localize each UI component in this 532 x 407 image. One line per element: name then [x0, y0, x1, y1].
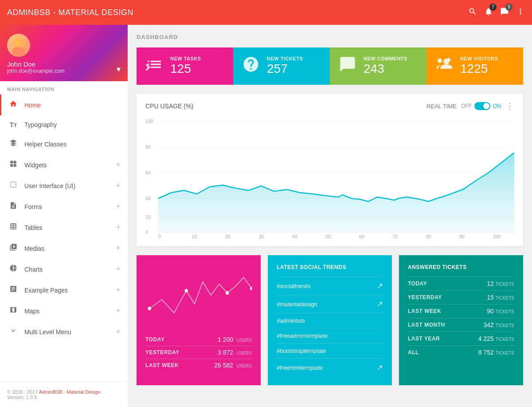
sparkline-lastweek-value: 26 582 [214, 362, 233, 369]
svg-text:50: 50 [325, 234, 331, 239]
material-design-link[interactable]: Material Design [66, 389, 100, 395]
notification-bell-icon[interactable]: 7 [484, 7, 493, 18]
realtime-toggle[interactable] [474, 102, 490, 110]
nav-multi-level-label: Multi Level Menu [24, 328, 110, 336]
sparkline-lastweek-unit: USERS [237, 364, 252, 368]
forms-expand-icon[interactable]: + [116, 202, 121, 211]
profile-name: John Doe [7, 60, 121, 68]
nav-typography-label: Typography [24, 121, 121, 128]
nav-maps-label: Maps [24, 308, 110, 315]
sparkline-yesterday-unit: USERS [237, 351, 252, 356]
svg-point-27 [185, 289, 188, 292]
nav-tables-label: Tables [24, 224, 110, 231]
comments-icon [339, 55, 356, 77]
chart-more-icon[interactable]: ⋮ [505, 101, 514, 111]
tasks-value: 125 [170, 61, 201, 76]
sidebar-item-tables[interactable]: Tables + [0, 217, 128, 238]
main-content: DASHBOARD NEW TASKS 125 NEW TICKETS 257 [128, 25, 532, 407]
notification-badge: 7 [489, 4, 497, 11]
svg-text:80: 80 [426, 234, 431, 239]
ticket-lastyear: LAST YEAR 4 225 TICKETS [408, 332, 514, 345]
widgets-icon [8, 160, 18, 170]
sparkline-yesterday: YESTERDAY 3 872 USERS [145, 346, 252, 359]
tables-expand-icon[interactable]: + [116, 223, 121, 232]
sidebar-item-typography[interactable]: Tт Typography [0, 115, 128, 134]
example-pages-icon [8, 285, 18, 295]
trend-tag-1: #socialtrends [277, 283, 376, 289]
ticket-today: TODAY 12 TICKETS [408, 277, 514, 290]
ui-expand-icon[interactable]: + [116, 181, 121, 190]
tickets-label: NEW TICKETS [267, 56, 303, 61]
nav-forms-label: Forms [24, 203, 110, 210]
sparkline-today-label: TODAY [145, 336, 164, 343]
app-title: ADMINBSB - MATERIAL DESIGN [7, 8, 133, 17]
svg-point-1 [12, 47, 25, 56]
sparkline-today-value: 1 200 [218, 336, 233, 343]
ticket-lastyear-unit: TICKETS [496, 337, 514, 342]
sidebar-item-widgets[interactable]: Widgets + [0, 154, 128, 175]
multi-expand-icon[interactable]: + [116, 327, 121, 336]
nav-home-label: Home [24, 102, 121, 109]
trend-row-4: #freeadmintemplate [277, 328, 383, 343]
sidebar-item-example-pages[interactable]: Example Pages + [0, 280, 128, 300]
home-icon [8, 100, 18, 110]
message-icon[interactable]: 9 [500, 7, 509, 18]
ticket-yesterday: YESTERDAY 15 TICKETS [408, 290, 514, 304]
avatar [7, 34, 30, 57]
cpu-chart-svg: 100 80 60 40 20 0 0 10 20 [145, 115, 514, 239]
cpu-chart-panel: CPU USAGE (%) REAL TIME OFF ON ⋮ [137, 94, 523, 246]
svg-point-0 [14, 38, 23, 47]
multi-level-icon [8, 327, 18, 337]
ticket-lastweek-count: 90 [487, 308, 494, 315]
svg-text:40: 40 [292, 234, 297, 239]
realtime-label: REAL TIME [426, 103, 457, 110]
chevron-down-icon[interactable]: ▾ [117, 64, 121, 74]
topbar-icons: 7 9 [468, 7, 525, 18]
sidebar-item-forms[interactable]: Forms + [0, 196, 128, 217]
charts-expand-icon[interactable]: + [116, 265, 121, 274]
sidebar-item-charts[interactable]: Charts + [0, 259, 128, 280]
svg-text:10: 10 [192, 234, 197, 239]
profile-email: john.doe@example.com [7, 68, 121, 74]
sidebar-item-multi-level[interactable]: Multi Level Menu + [0, 321, 128, 342]
tickets-icon [242, 55, 260, 77]
version-text: Version: 1.0.5 [7, 395, 121, 400]
svg-text:90: 90 [459, 234, 465, 239]
ticket-all: ALL 8 752 TICKETS [408, 345, 514, 359]
more-vert-icon[interactable] [516, 7, 525, 18]
medias-expand-icon[interactable]: + [116, 244, 121, 253]
svg-marker-25 [158, 153, 514, 233]
sidebar-item-maps[interactable]: Maps + [0, 300, 128, 321]
widgets-expand-icon[interactable]: + [116, 160, 121, 170]
maps-icon [8, 306, 18, 316]
ticket-all-unit: TICKETS [496, 351, 514, 356]
ui-icon [8, 181, 18, 191]
sidebar: John Doe john.doe@example.com ▾ MAIN NAV… [0, 25, 128, 407]
sidebar-item-helper-classes[interactable]: Helper Classes [0, 134, 128, 154]
nav-helper-label: Helper Classes [24, 141, 121, 148]
visitors-value: 1225 [460, 61, 498, 76]
trend-row-6: #freehtmltemplate ↗ [277, 358, 383, 376]
sparkline-today: TODAY 1 200 USERS [145, 333, 252, 346]
svg-text:0: 0 [145, 229, 148, 235]
sidebar-item-ui[interactable]: User Interface (UI) + [0, 175, 128, 196]
social-trends-title: LATEST SOCIAL TRENDS [277, 264, 383, 270]
nav-ui-label: User Interface (UI) [24, 182, 110, 190]
nav-widgets-label: Widgets [24, 162, 110, 169]
adminbsb-link[interactable]: AdminBSB [39, 389, 63, 395]
sidebar-item-home[interactable]: Home [0, 95, 128, 115]
sparkline-card: TODAY 1 200 USERS YESTERDAY 3 872 USERS [137, 255, 261, 385]
ticket-lastweek-unit: TICKETS [496, 309, 514, 314]
sidebar-item-medias[interactable]: Medias + [0, 238, 128, 259]
comments-value: 243 [364, 61, 407, 76]
maps-expand-icon[interactable]: + [116, 306, 121, 316]
ticket-lastmonth-unit: TICKETS [496, 323, 514, 328]
stat-cards: NEW TASKS 125 NEW TICKETS 257 NEW COMM [137, 47, 523, 85]
ticket-lastmonth: LAST MONTH 342 TICKETS [408, 318, 514, 332]
svg-text:0: 0 [158, 234, 161, 239]
example-expand-icon[interactable]: + [116, 285, 121, 295]
search-icon[interactable] [468, 7, 477, 18]
bottom-cards: TODAY 1 200 USERS YESTERDAY 3 872 USERS [137, 255, 523, 385]
topbar: ADMINBSB - MATERIAL DESIGN 7 9 [0, 0, 532, 25]
ticket-all-count: 8 752 [478, 349, 494, 356]
